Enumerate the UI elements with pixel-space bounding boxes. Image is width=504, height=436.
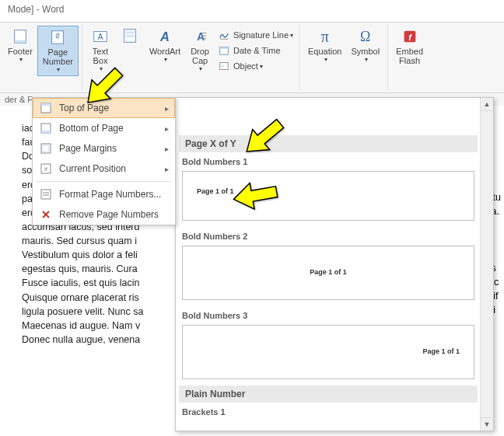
equation-icon: π <box>317 28 334 45</box>
menu-format-page-numbers[interactable]: Format Page Numbers... <box>33 184 175 204</box>
svg-rect-7 <box>125 32 134 34</box>
chevron-down-icon: ▾ <box>324 56 327 63</box>
gallery-item-bold1[interactable]: Page 1 of 1 <box>182 171 474 221</box>
object-icon <box>218 60 230 72</box>
chevron-down-icon: ▾ <box>57 66 60 73</box>
signature-line-button[interactable]: Signature Line ▾ <box>215 27 296 43</box>
remove-numbers-icon <box>39 208 53 221</box>
window-title: Mode] - Word <box>0 0 504 22</box>
svg-rect-1 <box>15 40 26 44</box>
gallery-section-header: Page X of Y <box>179 135 478 152</box>
submenu-arrow-icon: ▸ <box>165 124 169 133</box>
wordart-label: WordArt <box>149 47 180 56</box>
date-time-icon <box>218 44 230 57</box>
svg-text:A: A <box>98 33 103 41</box>
menu-current-position[interactable]: # Current Position ▸ <box>33 159 175 179</box>
footer-button[interactable]: Footer ▾ <box>3 26 37 65</box>
menu-margins-label: Page Margins <box>59 143 165 154</box>
svg-rect-24 <box>41 131 51 133</box>
chevron-down-icon: ▾ <box>290 32 293 39</box>
gallery-item-title: Brackets 1 <box>179 403 478 420</box>
chevron-down-icon: ▾ <box>100 65 103 72</box>
equation-label: Equation <box>308 47 341 56</box>
current-position-icon: # <box>39 162 53 175</box>
menu-format-label: Format Page Numbers... <box>59 189 169 200</box>
footer-label: Footer <box>8 47 33 56</box>
wordart-icon: A <box>156 28 173 45</box>
svg-point-18 <box>222 65 225 68</box>
preview-sample: Page 1 of 1 <box>422 347 460 355</box>
gallery-item-bold3[interactable]: Page 1 of 1 <box>182 325 474 379</box>
scroll-up-icon[interactable]: ▲ <box>481 98 493 111</box>
chevron-down-icon: ▾ <box>19 56 23 63</box>
signature-label: Signature Line <box>233 30 289 40</box>
object-button[interactable]: Object ▾ <box>215 58 296 74</box>
symbol-label: Symbol <box>351 47 380 56</box>
flash-icon: f <box>401 28 418 45</box>
page-number-label: Page Number <box>43 47 73 66</box>
page-number-button[interactable]: # Page Number ▾ <box>37 26 79 76</box>
svg-text:A: A <box>159 30 170 44</box>
date-time-button[interactable]: Date & Time <box>215 43 296 58</box>
chevron-down-icon: ▾ <box>260 63 263 70</box>
gallery-item-title: Bold Numbers 1 <box>179 152 478 169</box>
submenu-arrow-icon: ▸ <box>165 145 169 153</box>
ribbon: Footer ▾ # Page Number ▾ A Text Box ▾ <box>0 22 504 93</box>
gallery-section-header: Plain Number <box>179 385 478 403</box>
equation-button[interactable]: π Equation ▾ <box>303 26 346 65</box>
page-number-gallery: ▲ ▼ Page X of Y Bold Numbers 1 Page 1 of… <box>175 97 494 431</box>
page-number-menu: Top of Page ▸ Bottom of Page ▸ Page Marg… <box>32 97 176 225</box>
quick-parts-button[interactable] <box>115 26 145 47</box>
top-of-page-icon <box>39 102 53 114</box>
embed-flash-label: Embed Flash <box>396 47 423 65</box>
preview-sample: Page 1 of 1 <box>310 268 347 276</box>
gallery-item-title: Bold Numbers 2 <box>179 227 478 244</box>
submenu-arrow-icon: ▸ <box>165 104 169 113</box>
footer-icon <box>12 28 29 45</box>
gallery-item-bold2[interactable]: Page 1 of 1 <box>182 246 474 300</box>
drop-cap-button[interactable]: A Drop Cap ▾ <box>185 26 215 75</box>
svg-text:A: A <box>197 31 205 43</box>
svg-rect-8 <box>125 35 134 37</box>
page-number-icon: # <box>49 29 66 46</box>
symbol-button[interactable]: Ω Symbol ▾ <box>346 26 384 65</box>
embed-flash-button[interactable]: f Embed Flash <box>391 26 428 68</box>
menu-current-label: Current Position <box>59 163 165 174</box>
date-time-label: Date & Time <box>233 46 281 55</box>
signature-icon <box>218 29 230 41</box>
preview-sample: Page 1 of 1 <box>197 187 234 195</box>
menu-remove-page-numbers[interactable]: Remove Page Numbers <box>33 204 175 225</box>
object-label: Object <box>233 61 258 71</box>
drop-cap-label: Drop Cap <box>191 47 209 65</box>
svg-text:#: # <box>56 32 61 40</box>
text-box-button[interactable]: A Text Box ▾ <box>86 26 115 75</box>
svg-rect-29 <box>41 190 51 199</box>
menu-separator <box>36 181 172 182</box>
format-numbers-icon <box>39 188 53 201</box>
drop-cap-icon: A <box>191 28 208 45</box>
submenu-arrow-icon: ▸ <box>165 165 169 173</box>
menu-page-margins[interactable]: Page Margins ▸ <box>33 138 175 159</box>
svg-text:#: # <box>44 166 48 173</box>
menu-bottom-of-page[interactable]: Bottom of Page ▸ <box>33 118 175 138</box>
text-box-icon: A <box>92 28 109 45</box>
menu-bottom-label: Bottom of Page <box>59 123 165 134</box>
bottom-of-page-icon <box>39 122 53 134</box>
wordart-button[interactable]: A WordArt ▾ <box>145 26 185 65</box>
gallery-scrollbar[interactable]: ▲ ▼ <box>480 98 493 431</box>
quick-parts-icon <box>121 27 138 44</box>
chevron-down-icon: ▾ <box>164 56 167 63</box>
page-margins-icon <box>39 142 53 155</box>
chevron-down-icon: ▾ <box>365 56 368 63</box>
svg-rect-22 <box>41 103 51 106</box>
scroll-down-icon[interactable]: ▼ <box>481 417 493 431</box>
gallery-item-title: Bold Numbers 3 <box>179 306 478 323</box>
menu-top-of-page[interactable]: Top of Page ▸ <box>33 98 175 118</box>
menu-remove-label: Remove Page Numbers <box>59 209 169 220</box>
svg-rect-16 <box>220 47 229 50</box>
symbol-icon: Ω <box>357 28 374 45</box>
text-box-label: Text Box <box>93 47 108 65</box>
chevron-down-icon: ▾ <box>199 65 202 72</box>
menu-top-label: Top of Page <box>59 103 165 113</box>
